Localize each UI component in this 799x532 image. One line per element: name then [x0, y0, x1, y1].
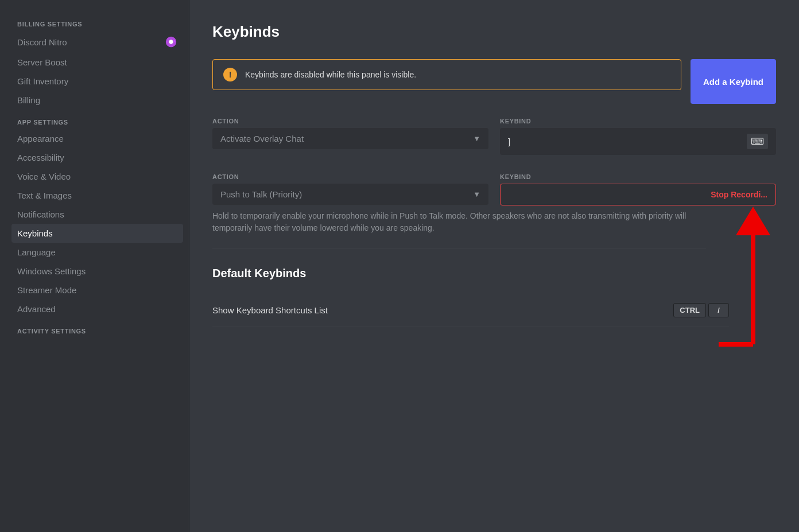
- sidebar-item-label: Discord Nitro: [17, 37, 67, 47]
- sidebar-item-label: Keybinds: [17, 228, 53, 238]
- sidebar-item-billing[interactable]: Billing: [11, 91, 183, 110]
- chevron-down-icon: ▼: [473, 134, 480, 143]
- sidebar-item-label: Streamer Mode: [17, 285, 76, 295]
- sidebar-item-appearance[interactable]: Appearance: [11, 129, 183, 148]
- sidebar-item-gift-inventory[interactable]: Gift Inventory: [11, 72, 183, 91]
- shortcut-label: Show Keyboard Shortcuts List: [212, 305, 328, 315]
- slash-key-badge: /: [708, 303, 729, 317]
- billing-settings-section: BILLING SETTINGS: [11, 11, 189, 30]
- sidebar-item-label: Accessibility: [17, 153, 64, 162]
- chevron-down-icon-2: ▼: [473, 190, 480, 199]
- default-keybinds-title: Default Keybinds: [212, 267, 776, 280]
- warning-banner: ! Keybinds are disabled while this panel…: [212, 59, 681, 90]
- sidebar-item-label: Gift Inventory: [17, 76, 68, 86]
- description-text: Hold to temporarily enable your micropho…: [212, 210, 706, 248]
- page-title: Keybinds: [212, 23, 280, 41]
- add-keybind-button[interactable]: Add a Keybind: [691, 59, 776, 104]
- activity-settings-section: ACTIVITY SETTINGS: [11, 319, 189, 337]
- keybind-input-recording[interactable]: Stop Recordi...: [500, 184, 776, 205]
- main-content: Keybinds ! Keybinds are disabled while t…: [189, 0, 799, 532]
- action-value-1: Activate Overlay Chat: [220, 134, 304, 143]
- sidebar-item-language[interactable]: Language: [11, 243, 183, 262]
- action-label-1: ACTION: [212, 118, 488, 125]
- action-field-1: ACTION Activate Overlay Chat ▼: [212, 118, 488, 155]
- sidebar-item-advanced[interactable]: Advanced: [11, 300, 183, 319]
- warning-text: Keybinds are disabled while this panel i…: [245, 70, 670, 79]
- keybind-row-1: ACTION Activate Overlay Chat ▼ KEYBIND ]…: [212, 118, 776, 155]
- keybind-field-2: KEYBIND Stop Recordi...: [500, 173, 776, 205]
- keybind-input-1[interactable]: ] ⌨: [500, 128, 776, 155]
- action-label-2: ACTION: [212, 173, 488, 180]
- keybind-field-1: KEYBIND ] ⌨: [500, 118, 776, 155]
- sidebar-item-label: Advanced: [17, 304, 56, 314]
- keybind-row-2: ACTION Push to Talk (Priority) ▼ KEYBIND…: [212, 173, 776, 248]
- sidebar-item-streamer-mode[interactable]: Streamer Mode: [11, 281, 183, 300]
- action-select-2[interactable]: Push to Talk (Priority) ▼: [212, 184, 488, 205]
- sidebar-item-discord-nitro[interactable]: Discord Nitro: [11, 31, 183, 53]
- shortcut-keys: CTRL /: [673, 303, 729, 317]
- sidebar-item-label: Text & Images: [17, 191, 72, 200]
- sidebar-item-label: Server Boost: [17, 57, 67, 67]
- sidebar-item-label: Appearance: [17, 134, 64, 143]
- sidebar-item-label: Language: [17, 247, 56, 257]
- stop-recording-label[interactable]: Stop Recordi...: [711, 190, 767, 199]
- keybind-label-2: KEYBIND: [500, 173, 776, 180]
- keybind-label-1: KEYBIND: [500, 118, 776, 125]
- warning-icon: !: [223, 68, 237, 81]
- keyboard-icon[interactable]: ⌨: [747, 134, 768, 149]
- sidebar-item-notifications[interactable]: Notifications: [11, 205, 183, 224]
- action-value-2: Push to Talk (Priority): [220, 189, 302, 199]
- app-settings-section: APP SETTINGS: [11, 110, 189, 128]
- sidebar-item-keybinds[interactable]: Keybinds: [11, 224, 183, 243]
- sidebar-item-accessibility[interactable]: Accessibility: [11, 148, 183, 167]
- sidebar-item-label: Billing: [17, 95, 40, 105]
- keybind-value-1: ]: [508, 137, 747, 146]
- keybind-fields-2: ACTION Push to Talk (Priority) ▼ KEYBIND…: [212, 173, 776, 205]
- sidebar: BILLING SETTINGS Discord Nitro Server Bo…: [0, 0, 189, 532]
- action-field-2: ACTION Push to Talk (Priority) ▼: [212, 173, 488, 205]
- sidebar-item-voice-video[interactable]: Voice & Video: [11, 167, 183, 186]
- sidebar-item-label: Notifications: [17, 209, 64, 219]
- header-row: Keybinds: [212, 23, 776, 55]
- keybind-fields-1: ACTION Activate Overlay Chat ▼ KEYBIND ]…: [212, 118, 776, 155]
- sidebar-item-label: Voice & Video: [17, 172, 71, 181]
- sidebar-item-server-boost[interactable]: Server Boost: [11, 53, 183, 72]
- nitro-icon: [165, 36, 177, 48]
- shortcut-row: Show Keyboard Shortcuts List CTRL /: [212, 294, 729, 327]
- ctrl-key-badge: CTRL: [673, 303, 706, 317]
- sidebar-item-text-images[interactable]: Text & Images: [11, 186, 183, 205]
- action-select-1[interactable]: Activate Overlay Chat ▼: [212, 128, 488, 149]
- sidebar-item-windows-settings[interactable]: Windows Settings: [11, 262, 183, 281]
- sidebar-item-label: Windows Settings: [17, 266, 86, 276]
